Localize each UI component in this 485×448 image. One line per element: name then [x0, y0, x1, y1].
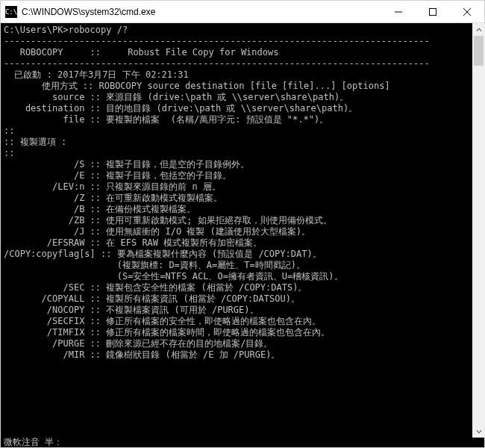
window-controls	[381, 1, 484, 22]
param-line: file :: 要複製的檔案 (名稱/萬用字元: 預設值是 "*.*")。	[4, 114, 481, 125]
option-line: /E :: 複製子目錄，包括空的子目錄。	[4, 170, 481, 181]
svg-rect-1	[430, 8, 436, 15]
scroll-down-button[interactable]	[472, 425, 485, 438]
section-title: :: 複製選項 :	[4, 137, 481, 148]
scroll-track[interactable]	[472, 36, 485, 425]
option-line: /PURGE :: 刪除來源已經不存在的目的地檔案/目錄。	[4, 338, 481, 349]
option-line: /SEC :: 複製包含安全性的檔案 (相當於 /COPY:DATS)。	[4, 282, 481, 293]
scroll-thumb[interactable]	[474, 36, 484, 66]
usage-line: 使用方式 :: ROBOCOPY source destination [fil…	[4, 81, 481, 92]
started-line: 已啟動 : 2017年3月7日 下午 02:21:31	[4, 69, 481, 81]
option-line: /COPY:copyflag[s] :: 要為檔案複製什麼內容 (預設值是 /C…	[4, 249, 481, 260]
cmd-icon: C:\	[5, 6, 17, 18]
robocopy-banner: ROBOCOPY :: Robust File Copy for Windows	[4, 47, 481, 58]
vertical-scrollbar[interactable]	[472, 23, 485, 438]
option-line: /TIMFIX :: 修正所有檔案的檔案時間，即使略過的檔案也包含在內。	[4, 327, 481, 338]
option-line: /EFSRAW :: 在 EFS RAW 模式複製所有加密檔案。	[4, 237, 481, 249]
option-line: /S :: 複製子目錄，但是空的子目錄例外。	[4, 159, 481, 170]
ime-status-bar: 微軟注音 半：	[1, 437, 484, 447]
option-line: /NOCOPY :: 不複製檔案資訊 (可用於 /PURGE)。	[4, 305, 481, 316]
option-line: /J :: 使用無緩衝的 I/O 複製 (建議使用於大型檔案)。	[4, 226, 481, 237]
minimize-button[interactable]	[381, 1, 416, 22]
param-line: source :: 來源目錄 (drive:\path 或 \\server\s…	[4, 92, 481, 103]
option-line: /Z :: 在可重新啟動模式複製檔案。	[4, 193, 481, 204]
divider-line: ----------------------------------------…	[4, 36, 481, 47]
terminal-output[interactable]: C:\Users\PK>robocopy /?-----------------…	[1, 23, 484, 437]
scroll-up-button[interactable]	[472, 23, 485, 36]
option-line: /B :: 在備份模式複製檔案。	[4, 204, 481, 215]
terminal-line: ::	[4, 125, 481, 137]
option-line: /ZB :: 使用可重新啟動模式; 如果拒絕存取，則使用備份模式。	[4, 215, 481, 226]
option-line: /COPYALL :: 複製所有檔案資訊 (相當於 /COPY:DATSOU)。	[4, 293, 481, 305]
prompt-line: C:\Users\PK>robocopy /?	[4, 25, 481, 36]
close-button[interactable]	[450, 1, 484, 22]
option-line: /MIR :: 鏡像樹狀目錄 (相當於 /E 加 /PURGE)。	[4, 349, 481, 361]
cmd-window: C:\ C:\WINDOWS\system32\cmd.exe C:\Users…	[0, 0, 485, 448]
option-line: /LEV:n :: 只複製來源目錄的前 n 層。	[4, 181, 481, 193]
option-line: (複製旗標: D=資料、A=屬性、T=時間戳記)。	[4, 260, 481, 271]
maximize-button[interactable]	[416, 1, 450, 22]
divider-line: ----------------------------------------…	[4, 58, 481, 69]
terminal-line: ::	[4, 148, 481, 159]
option-line: (S=安全性=NTFS ACL、O=擁有者資訊、U=稽核資訊)。	[4, 271, 481, 282]
window-title: C:\WINDOWS\system32\cmd.exe	[22, 7, 381, 17]
param-line: destination :: 目的地目錄 (drive:\path 或 \\se…	[4, 103, 481, 114]
titlebar[interactable]: C:\ C:\WINDOWS\system32\cmd.exe	[1, 1, 484, 23]
option-line: /SECFIX :: 修正所有檔案的安全性，即使略過的檔案也包含在內。	[4, 316, 481, 327]
